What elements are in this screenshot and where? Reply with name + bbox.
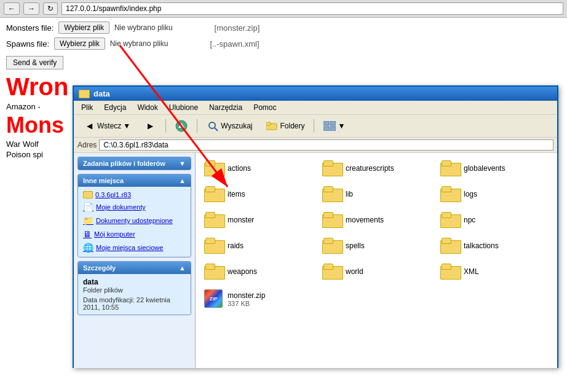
folder-item-weapons[interactable]: weapons [200,261,316,282]
search-label: Wyszukaj [221,122,252,130]
sidebar-tasks-label: Zadania plików i folderów [83,160,165,167]
folders-toolbar-button[interactable]: Foldery [260,117,310,135]
folder-icon-items [204,186,224,202]
search-toolbar-button[interactable]: Wyszukaj [201,117,258,135]
folder-icon-logs [440,186,460,202]
folder-icon-0 [83,191,93,198]
folders-label: Foldery [280,122,304,130]
send-verify-button[interactable]: Send & verify [6,56,63,69]
address-value[interactable]: C:\0.3.6pl1.r83\data [99,139,553,151]
folder-icon-creaturescripts [322,160,342,176]
toolbar-separator-1 [165,119,166,133]
menu-narzedzia[interactable]: Narzędzia [204,102,247,113]
my-docs-icon: 📄 [83,202,93,212]
folder-name-movements: movements [346,216,384,224]
forward-toolbar-button[interactable]: ▶ [138,117,162,135]
sidebar-link-label-0: 0.3.6pl1.r83 [95,191,131,198]
sidebar-details-header[interactable]: Szczegóły ▲ [78,262,191,274]
menu-ulubione[interactable]: Ulubione [164,102,203,113]
places-toggle-icon: ▲ [179,177,186,184]
monsters-choose-button[interactable]: Wybierz plik [58,22,109,34]
sidebar-details-label: Szczegóły [83,264,116,272]
folder-name-globalevents: globalevents [464,164,505,173]
folder-name-world: world [346,267,363,276]
folder-item-xml[interactable]: XML [437,261,552,282]
spawns-choose-button[interactable]: Wybierz plik [54,37,105,50]
tasks-toggle-icon: ▼ [179,160,186,167]
folder-item-talkactions[interactable]: talkactions [437,235,552,256]
toolbar-separator-3 [314,119,314,133]
folder-item-spells[interactable]: spells [319,235,434,256]
file-grid: actions creaturescripts globalevents ite… [200,158,552,312]
page-content: Monsters file: Wybierz plik Nie wybrano … [0,18,567,164]
menu-plik[interactable]: Plik [76,102,98,113]
sidebar-link-4[interactable]: 🌐 Moje miejsca sieciowe [82,241,187,254]
folder-name-npc: npc [464,216,475,224]
sidebar-places-body: 0.3.6pl1.r83 📄 Moje dokumenty 📁 Dokument… [78,187,191,257]
browser-chrome: ← → ↻ [0,0,567,18]
explorer-body: Zadania plików i folderów ▼ Inne miejsca… [74,153,557,368]
monsters-no-file: Nie wybrano pliku [114,23,173,32]
sidebar-link-0[interactable]: 0.3.6pl1.r83 [82,189,187,200]
explorer-window: data Plik Edycja Widok Ulubione Narzędzi… [73,85,558,368]
search-icon [207,120,219,132]
zip-file-item[interactable]: ZIP monster.zip 337 KB [200,287,316,312]
svg-line-5 [215,128,218,131]
folder-icon-talkactions [440,238,460,254]
explorer-main[interactable]: actions creaturescripts globalevents ite… [196,153,557,368]
explorer-toolbar: ◀ Wstecz ▼ ▶ [74,115,557,138]
svg-rect-8 [323,121,329,125]
folder-item-items[interactable]: items [200,184,316,205]
folder-item-actions[interactable]: actions [200,158,316,179]
folder-name-weapons: weapons [228,267,257,276]
explorer-title: data [93,89,110,98]
folder-icon-lib [322,186,342,202]
svg-rect-10 [323,127,329,131]
folder-item-creaturescripts[interactable]: creaturescripts [319,158,434,179]
shared-docs-icon: 📁 [83,216,93,225]
address-input[interactable] [61,2,563,15]
sidebar-link-3[interactable]: 🖥 Mój komputer [82,227,187,241]
view-icon [323,120,336,132]
titlebar-folder-icon [79,90,90,98]
menu-pomoc[interactable]: Pomoc [248,102,281,113]
sidebar-details-body: data Folder plików Data modyfikacji: 22 … [78,274,191,315]
zip-file-name: monster.zip [228,291,265,300]
svg-rect-9 [330,121,336,125]
folder-item-raids[interactable]: raids [200,235,316,256]
folder-item-globalevents[interactable]: globalevents [437,158,552,179]
folder-item-npc[interactable]: npc [437,210,552,230]
forward-button[interactable]: → [23,2,39,15]
sidebar-link-1[interactable]: 📄 Moje dokumenty [82,200,187,214]
zip-file-info: monster.zip 337 KB [228,291,265,307]
details-toggle-icon: ▲ [179,264,186,272]
up-toolbar-button[interactable] [170,117,193,135]
explorer-menubar: Plik Edycja Widok Ulubione Narzędzia Pom… [74,101,557,115]
menu-widok[interactable]: Widok [132,102,162,113]
back-toolbar-button[interactable]: ◀ Wstecz ▼ [77,117,136,135]
sidebar-link-2[interactable]: 📁 Dokumenty udostępnione [82,214,187,227]
sidebar-places-header[interactable]: Inne miejsca ▲ [78,174,191,187]
menu-edycja[interactable]: Edycja [99,102,131,113]
folder-icon-globalevents [440,160,460,176]
view-toolbar-button[interactable]: ▼ [318,117,351,135]
monsters-hint: [monster.zip] [215,23,260,33]
folder-item-lib[interactable]: lib [319,184,434,205]
folder-icon-npc [440,212,460,228]
sidebar-tasks-header[interactable]: Zadania plików i folderów ▼ [78,157,191,170]
zip-icon: ZIP [204,289,224,309]
folder-item-world[interactable]: world [319,261,434,282]
back-button[interactable]: ← [4,2,20,15]
svg-rect-11 [330,127,336,131]
svg-point-4 [209,122,215,128]
folder-name-logs: logs [464,190,477,198]
sidebar-link-label-1: Moje dokumenty [96,203,146,211]
sidebar-details-section: Szczegóły ▲ data Folder plików Data mody… [77,261,191,315]
sidebar-link-label-2: Dokumenty udostępnione [96,217,173,224]
folder-item-logs[interactable]: logs [437,184,552,205]
sidebar-link-label-4: Moje miejsca sieciowe [96,244,163,251]
refresh-button[interactable]: ↻ [43,2,58,15]
network-icon: 🌐 [83,243,93,253]
folder-item-movements[interactable]: movements [319,210,434,230]
folder-item-monster[interactable]: monster [200,210,316,230]
